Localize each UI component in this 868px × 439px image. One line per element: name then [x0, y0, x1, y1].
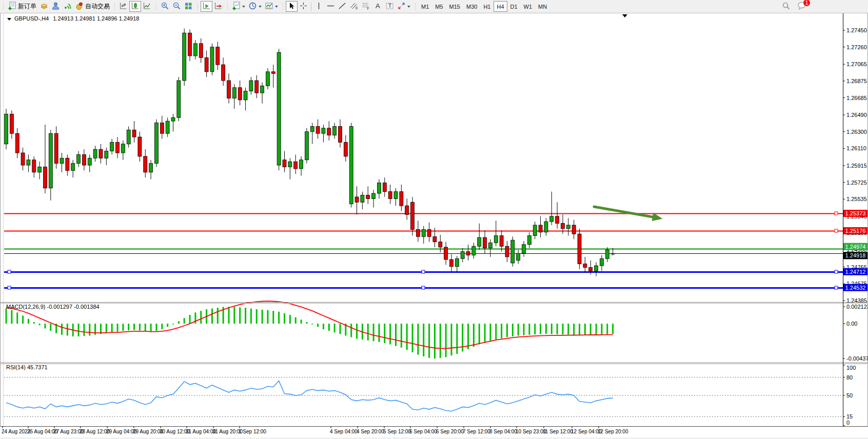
tab-timeframe-m30[interactable]: M30	[463, 1, 480, 12]
zoom-in-button[interactable]	[159, 1, 171, 12]
svg-text:0: 0	[846, 420, 850, 426]
pane-frame	[1, 13, 868, 427]
svg-text:10 Sep 23:00: 10 Sep 23:00	[516, 429, 546, 434]
equidistant-channel-tool-button[interactable]: E	[348, 1, 360, 12]
auto-scroll-button[interactable]	[201, 1, 212, 12]
rsi-indicator-label: RSI(14) 45.7371	[6, 364, 48, 370]
person-icon	[51, 2, 60, 12]
cursor-tool-button[interactable]	[286, 1, 298, 12]
toolbar-grip[interactable]	[154, 3, 158, 11]
svg-text:11 Sep 12:00: 11 Sep 12:00	[543, 429, 573, 434]
tab-timeframe-h1[interactable]: H1	[480, 1, 494, 12]
arrows-tool-button[interactable]	[396, 1, 412, 12]
label-tool-button[interactable]: T	[384, 1, 396, 12]
trendline-tool-button[interactable]	[337, 1, 348, 12]
hline-handle[interactable]	[835, 229, 838, 232]
crosshair-icon	[299, 2, 308, 12]
market-watch-button[interactable]	[38, 1, 50, 12]
zoom-in-icon	[161, 2, 169, 12]
candlestick-chart-button[interactable]	[129, 1, 141, 12]
horizontal-line-icon	[326, 2, 335, 12]
tile-windows-button[interactable]	[183, 1, 194, 12]
text-tool-button[interactable]: A	[372, 1, 384, 12]
indicators-button[interactable]	[230, 1, 247, 12]
toolbar-grip[interactable]	[226, 3, 229, 11]
label-tool-icon: T	[385, 2, 394, 12]
chart-ohlc-values: 1.24913 1.24981 1.24896 1.24918	[53, 15, 139, 22]
svg-text:8 Sep 04:00: 8 Sep 04:00	[489, 429, 517, 434]
price-axis[interactable]: 1.274501.272601.270651.268751.266851.264…	[843, 27, 867, 304]
rsi-axis[interactable]: 1008050150	[843, 365, 856, 426]
svg-text:100: 100	[846, 365, 856, 371]
template-chart-icon	[265, 2, 273, 12]
tab-timeframe-h4[interactable]: H4	[494, 1, 507, 12]
time-axis[interactable]: 24 Aug 202325 Aug 04:0027 Aug 23:0028 Au…	[2, 426, 628, 434]
svg-text:1.24918: 1.24918	[845, 252, 866, 258]
zoom-out-button[interactable]	[171, 1, 183, 12]
bar-chart-button[interactable]	[117, 1, 129, 12]
symbol-dropdown-icon[interactable]	[7, 18, 11, 21]
chart-canvas[interactable]: 1.274501.272601.270651.268751.266851.264…	[0, 0, 868, 439]
toolbar-grip[interactable]	[413, 3, 417, 11]
crosshair-tool-button[interactable]	[298, 1, 309, 12]
svg-text:28 Aug 12:00: 28 Aug 12:00	[80, 429, 110, 434]
tab-timeframe-mn[interactable]: MN	[535, 1, 550, 12]
cursor-icon	[287, 2, 296, 12]
hline-handle[interactable]	[835, 270, 838, 273]
channel-icon: E	[350, 2, 359, 12]
notification-count-badge: 1	[803, 0, 811, 7]
profile-button[interactable]	[50, 1, 62, 12]
svg-text:1 Sep 12:00: 1 Sep 12:00	[239, 429, 266, 434]
hline-handle[interactable]	[835, 212, 838, 215]
tab-timeframe-w1[interactable]: W1	[521, 1, 536, 12]
hline-handle[interactable]	[8, 286, 11, 289]
hline-handle[interactable]	[422, 286, 425, 289]
svg-text:1.24385: 1.24385	[846, 297, 867, 304]
rsi-level-lines	[4, 377, 843, 417]
svg-text:1.24974: 1.24974	[845, 244, 866, 250]
svg-text:1.25373: 1.25373	[845, 210, 866, 216]
signals-button[interactable]	[62, 1, 73, 12]
tab-timeframe-m1[interactable]: M1	[418, 1, 432, 12]
vertical-line-tool-button[interactable]	[313, 1, 325, 12]
candlestick-icon	[131, 2, 140, 12]
candlesticks	[5, 29, 615, 276]
svg-text:4 Sep 20:00: 4 Sep 20:00	[357, 429, 384, 434]
svg-text:6 Sep 04:00: 6 Sep 04:00	[409, 429, 437, 434]
svg-text:1.25176: 1.25176	[845, 228, 866, 234]
search-button[interactable]	[780, 1, 792, 12]
line-chart-icon	[143, 2, 151, 12]
tab-timeframe-m5[interactable]: M5	[432, 1, 446, 12]
svg-text:1.27260: 1.27260	[846, 44, 867, 50]
horizontal-line-tool-button[interactable]	[325, 1, 337, 12]
templates-button[interactable]	[263, 1, 280, 12]
hline-handle[interactable]	[8, 270, 11, 273]
toolbar-grip[interactable]	[281, 3, 285, 11]
hline-handle[interactable]	[835, 286, 838, 289]
hline-handle[interactable]	[422, 270, 425, 273]
tab-timeframe-d1[interactable]: D1	[507, 1, 521, 12]
notifications-button[interactable]: 1	[797, 1, 807, 12]
auto-trading-label: 自动交易	[85, 2, 110, 11]
scroll-position-marker-icon[interactable]	[622, 14, 627, 17]
toolbar-grip[interactable]	[196, 3, 200, 11]
svg-text:1.25915: 1.25915	[846, 163, 867, 169]
new-order-button[interactable]: 新订单	[6, 1, 38, 12]
toolbar-grip[interactable]	[2, 3, 5, 11]
fibonacci-tool-button[interactable]: F	[360, 1, 372, 12]
chart-shift-button[interactable]	[212, 1, 224, 12]
svg-text:80: 80	[846, 374, 853, 381]
svg-text:1.26300: 1.26300	[846, 129, 867, 135]
tab-timeframe-m15[interactable]: M15	[446, 1, 463, 12]
horizontal-lines[interactable]	[4, 212, 843, 289]
toolbar-grip[interactable]	[113, 3, 116, 11]
svg-text:1.26875: 1.26875	[846, 78, 867, 84]
chart-shift-icon	[214, 2, 223, 12]
svg-text:1.26685: 1.26685	[846, 95, 867, 101]
macd-axis[interactable]: 0.0021230.00-0.004378	[843, 304, 868, 362]
auto-trading-button[interactable]: 自动交易	[73, 1, 111, 12]
line-chart-button[interactable]	[141, 1, 153, 12]
text-tool-icon: A	[373, 2, 382, 12]
periods-button[interactable]	[247, 1, 263, 12]
svg-text:12 Sep 20:00: 12 Sep 20:00	[598, 429, 628, 434]
